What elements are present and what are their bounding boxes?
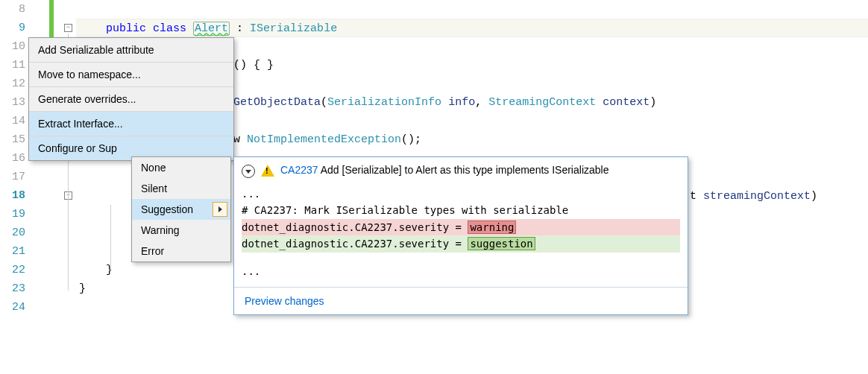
line-number: 19	[0, 205, 25, 224]
line-number: 8	[0, 0, 25, 19]
line-number: 24	[0, 298, 25, 317]
line-number: 18	[0, 186, 25, 205]
menu-item-move-namespace[interactable]: Move to namespace...	[29, 63, 233, 87]
line-number: 11	[0, 56, 25, 75]
severity-option-none[interactable]: None	[132, 157, 230, 178]
change-indicator	[49, 0, 54, 37]
line-number: 21	[0, 242, 25, 261]
severity-submenu: None Silent Suggestion Warning Error	[131, 156, 231, 262]
fold-toggle[interactable]: −	[64, 24, 72, 32]
line-number: 14	[0, 112, 25, 130]
warning-icon	[261, 165, 274, 177]
severity-option-warning[interactable]: Warning	[132, 220, 230, 241]
line-number: 12	[0, 75, 25, 93]
severity-option-suggestion[interactable]: Suggestion	[132, 199, 230, 220]
preview-header: CA2237 Add [Serializable] to Alert as th…	[234, 157, 688, 186]
diff-added-line: dotnet_diagnostic.CA2237.severity = sugg…	[242, 235, 680, 252]
menu-item-generate-overrides[interactable]: Generate overrides...	[29, 87, 233, 112]
line-number: 23	[0, 279, 25, 298]
outline-guide	[110, 205, 111, 272]
severity-option-silent[interactable]: Silent	[132, 178, 230, 199]
code-line: public class Alert : ISerializable	[76, 19, 868, 37]
diff-deleted-line: dotnet_diagnostic.CA2237.severity = warn…	[242, 219, 680, 235]
line-number: 16	[0, 149, 25, 168]
diff-body: ... # CA2237: Mark ISerializable types w…	[234, 186, 688, 287]
diff-ellipsis: ...	[242, 263, 680, 279]
quick-actions-menu: Add Serializable attribute Move to names…	[28, 37, 234, 161]
preview-title: CA2237 Add [Serializable] to Alert as th…	[280, 163, 680, 177]
line-number: 15	[0, 130, 25, 149]
submenu-arrow-icon	[213, 202, 227, 217]
code-fragment: t streamingContext)	[690, 190, 817, 203]
line-number: 20	[0, 224, 25, 242]
line-number: 17	[0, 168, 25, 186]
line-number: 22	[0, 261, 25, 279]
preview-changes-link[interactable]: Preview changes	[234, 287, 688, 314]
rule-id-link[interactable]: CA2237	[280, 164, 318, 176]
diff-comment: # CA2237: Mark ISerializable types with …	[242, 202, 680, 218]
code-line	[76, 0, 868, 19]
class-name-token[interactable]: Alert	[193, 22, 230, 36]
line-number: 9	[0, 19, 25, 37]
menu-item-extract-interface[interactable]: Extract Interface...	[29, 112, 233, 136]
chevron-down-icon[interactable]	[242, 165, 255, 178]
line-number-gutter: 8 9 10 11 12 13 14 15 16 17 18 19 20 21 …	[0, 0, 30, 374]
line-number: 10	[0, 37, 25, 56]
severity-option-error[interactable]: Error	[132, 241, 230, 262]
fix-preview-panel: CA2237 Add [Serializable] to Alert as th…	[233, 156, 688, 315]
line-number: 13	[0, 93, 25, 112]
diff-ellipsis: ...	[242, 186, 680, 202]
menu-item-add-serializable[interactable]: Add Serializable attribute	[29, 38, 233, 63]
